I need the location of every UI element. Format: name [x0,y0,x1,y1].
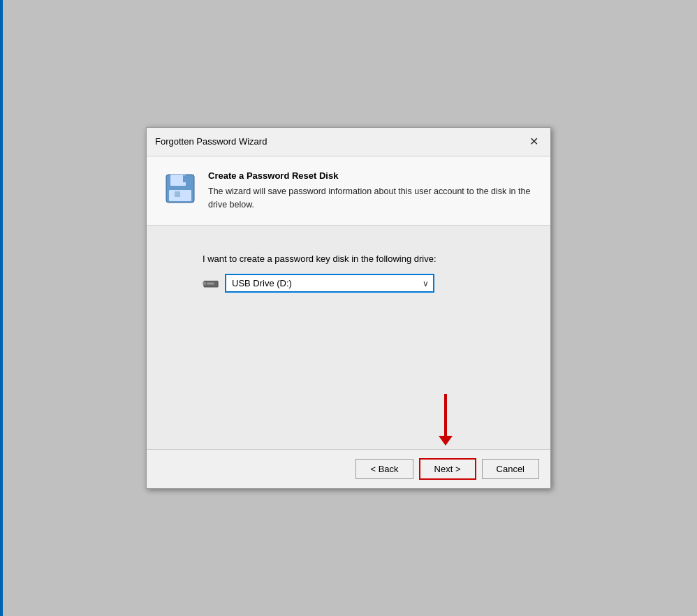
back-label: < Back [370,464,398,474]
drive-label: I want to create a password key disk in … [203,254,534,264]
back-button[interactable]: < Back [355,459,413,479]
drive-select-wrapper[interactable]: USB Drive (D:) ∨ [225,274,434,293]
header-section: Create a Password Reset Disk The wizard … [147,156,550,226]
title-bar: Forgotten Password Wizard ✕ [147,128,550,156]
cancel-button[interactable]: Cancel [482,459,539,479]
usb-drive-icon [203,278,219,289]
svg-rect-6 [203,282,205,285]
footer-section: < Back Next > Cancel [147,449,550,488]
arrow-head [439,436,453,446]
content-section: I want to create a password key disk in … [147,226,550,449]
wizard-blue-bar [0,0,3,616]
svg-rect-7 [207,282,214,284]
drive-select[interactable]: USB Drive (D:) [225,274,434,293]
header-text: Create a Password Reset Disk The wizard … [208,170,534,212]
header-description: The wizard will save password informatio… [208,185,534,212]
drive-selector: USB Drive (D:) ∨ [203,274,534,293]
next-button[interactable]: Next > [419,458,476,480]
close-button[interactable]: ✕ [525,133,542,150]
svg-rect-4 [175,191,180,197]
cancel-label: Cancel [497,464,524,474]
close-icon: ✕ [529,135,538,148]
dialog-title: Forgotten Password Wizard [155,136,267,147]
arrow-indicator [439,394,453,446]
svg-rect-2 [183,175,187,182]
arrow-line [444,394,447,436]
forgotten-password-wizard: Forgotten Password Wizard ✕ Create a Pas… [146,127,551,490]
wizard-icon [163,172,197,205]
header-title: Create a Password Reset Disk [208,170,534,181]
next-label: Next > [434,464,461,474]
